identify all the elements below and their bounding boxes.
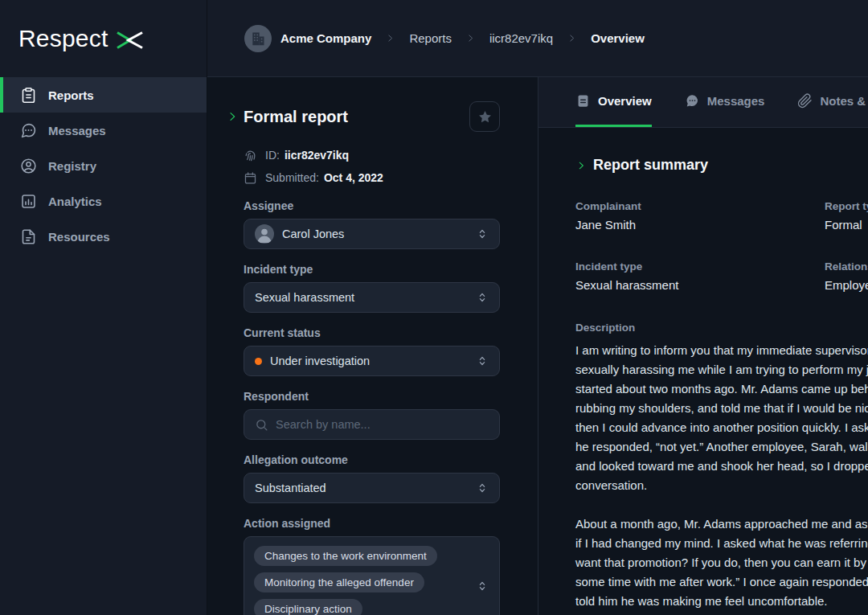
incident-type-summary-label: Incident type [575, 260, 825, 273]
chevron-up-down-icon [476, 228, 489, 240]
chevron-right-icon [575, 160, 587, 171]
assignee-select[interactable]: Carol Jones [244, 219, 500, 249]
description-line: sexually harassing me while I am trying … [575, 360, 868, 379]
brand-x-icon [115, 30, 145, 51]
tab-label: Overview [598, 94, 652, 108]
breadcrumb-company[interactable]: Acme Company [280, 31, 371, 45]
allegation-outcome-select[interactable]: Substantiated [244, 473, 500, 503]
sidebar-item-analytics[interactable]: Analytics [0, 183, 207, 219]
action-assigned-label: Action assigned [244, 517, 500, 531]
incident-type-label: Incident type [244, 263, 500, 277]
description-line: he responded, “not yet.” Another employe… [575, 437, 868, 457]
current-status-label: Current status [244, 326, 500, 340]
tab-notes-statements[interactable]: Notes & Statements [797, 77, 868, 127]
sidebar-item-resources[interactable]: Resources [0, 219, 207, 254]
chat-bubble-icon [20, 122, 37, 139]
logo: Respect [0, 0, 207, 77]
chevron-up-down-icon [476, 291, 489, 304]
description-line: if I had changed my mind. I asked what h… [575, 534, 868, 553]
complainant-label: Complainant [575, 200, 825, 212]
file-text-icon [20, 228, 37, 245]
relationship-label: Relationship [825, 260, 868, 273]
report-detail-panel: Overview Messages Notes & Statements Rep… [538, 77, 868, 615]
report-type-value: Formal [825, 218, 868, 232]
submitted-label: Submitted: [265, 171, 319, 184]
breadcrumb-reports[interactable]: Reports [409, 31, 452, 45]
paperclip-icon [797, 93, 813, 109]
summary-grid: Complainant Jane Smith Report type Forma… [575, 200, 868, 292]
section-title: Report summary [593, 157, 708, 174]
description-line: started about two months ago. Mr. Adams … [575, 379, 868, 399]
description-line: some time with me after work.” I once ag… [575, 572, 868, 592]
description-line: rubbing my shoulders, and told me that i… [575, 399, 868, 418]
sidebar-item-messages[interactable]: Messages [0, 113, 207, 148]
description-line: want that promotion? If you do, then you… [575, 553, 868, 572]
description-line: then I could advance into another positi… [575, 418, 868, 437]
breadcrumb-report-id[interactable]: iicr82ev7ikq [489, 31, 553, 45]
summary-cell: Relationship Employee [825, 260, 868, 292]
chevron-up-down-icon [476, 580, 489, 592]
id-value: iicr82ev7ikq [285, 149, 349, 162]
breadcrumb: Acme Company Reports iicr82ev7ikq Overvi… [244, 25, 645, 52]
action-assigned-multiselect[interactable]: Changes to the work environment Monitori… [244, 536, 500, 615]
submitted-value: Oct 4, 2022 [324, 171, 383, 184]
sidebar: Respect Reports Messages Registry Analyt… [0, 0, 207, 615]
summary-cell: Report type Formal [825, 200, 868, 232]
sidebar-item-label: Messages [48, 124, 106, 137]
sidebar-item-registry[interactable]: Registry [0, 148, 207, 183]
allegation-outcome-label: Allegation outcome [244, 453, 500, 467]
calendar-icon [244, 171, 257, 185]
report-form-panel: Formal report ID: iicr82ev7ikq Submitted… [207, 77, 538, 615]
status-dot [255, 358, 262, 365]
relationship-value: Employee [825, 278, 868, 292]
complainant-value: Jane Smith [575, 218, 825, 232]
sidebar-item-label: Analytics [48, 195, 102, 208]
description-text: I am writing to inform you that my immed… [575, 341, 868, 611]
summary-cell: Incident type Sexual harassment [575, 260, 825, 292]
respondent-search[interactable] [244, 409, 500, 440]
description-line: I am writing to inform you that my immed… [575, 341, 868, 360]
description-line: and looked toward me and shook her head,… [575, 457, 868, 476]
bar-chart-icon [20, 193, 37, 210]
report-meta: ID: iicr82ev7ikq Submitted: Oct 4, 2022 [244, 147, 500, 186]
incident-type-select[interactable]: Sexual harassment [244, 282, 500, 313]
assignee-avatar [255, 224, 274, 244]
sidebar-item-label: Registry [48, 159, 96, 173]
incident-type-value: Sexual harassment [255, 291, 354, 304]
tab-overview[interactable]: Overview [575, 77, 652, 127]
chevron-right-icon [465, 33, 476, 43]
description-line: told him he was making me feel uncomfort… [575, 592, 868, 611]
company-avatar [244, 25, 272, 52]
chevron-right-icon [226, 110, 239, 123]
sidebar-item-reports[interactable]: Reports [0, 77, 207, 113]
building-icon [250, 31, 266, 47]
sidebar-item-label: Reports [48, 88, 94, 102]
breadcrumb-current: Overview [591, 31, 645, 45]
chevron-right-icon [385, 33, 395, 43]
fingerprint-icon [244, 149, 257, 162]
user-circle-icon [20, 158, 37, 174]
chat-bubble-icon [685, 93, 700, 109]
star-icon [477, 109, 493, 125]
logo-text: Respect [18, 25, 108, 52]
document-icon [575, 93, 591, 109]
respondent-search-input[interactable] [276, 418, 489, 431]
description-line: About a month ago, Mr. Adams approached … [575, 515, 868, 534]
id-label: ID: [265, 149, 280, 162]
favorite-button[interactable] [469, 101, 500, 132]
detail-tabs: Overview Messages Notes & Statements [538, 77, 868, 128]
description-label: Description [575, 322, 868, 334]
respondent-label: Respondent [244, 390, 500, 404]
search-icon [255, 418, 268, 432]
incident-type-summary-value: Sexual harassment [575, 278, 825, 292]
tab-messages[interactable]: Messages [685, 77, 765, 127]
chevron-up-down-icon [476, 482, 489, 494]
current-status-select[interactable]: Under investigation [244, 346, 500, 376]
top-header: Acme Company Reports iicr82ev7ikq Overvi… [207, 0, 868, 77]
assignee-label: Assignee [244, 199, 500, 213]
sidebar-item-label: Resources [48, 230, 110, 244]
action-tag: Changes to the work environment [254, 546, 437, 566]
sidebar-nav: Reports Messages Registry Analytics Reso… [0, 77, 207, 254]
action-tag: Monitoring the alleged offender [254, 572, 424, 592]
current-status-value: Under investigation [270, 355, 370, 367]
